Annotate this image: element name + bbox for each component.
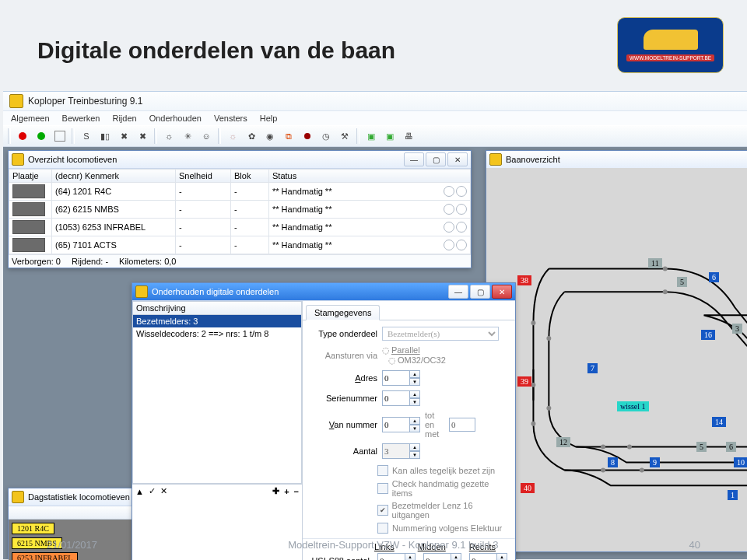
node-12[interactable]: 12 — [556, 437, 570, 447]
svg-point-2 — [531, 422, 535, 426]
node-1[interactable]: 1 — [728, 490, 738, 500]
tool-icon[interactable]: ⚒ — [336, 128, 353, 145]
node-6b[interactable]: 6 — [726, 442, 736, 452]
table-row[interactable]: (62) 6215 NMBS - - ** Handmatig ** — [9, 201, 471, 219]
signal-box-icon[interactable] — [51, 128, 68, 145]
menu-algemeen[interactable]: Algemeen — [6, 112, 54, 124]
menu-vensters[interactable]: Vensters — [209, 112, 252, 124]
node-10[interactable]: 10 — [734, 457, 747, 467]
menu-help[interactable]: Help — [255, 112, 282, 124]
alarm-icon[interactable]: ☼ — [160, 128, 177, 145]
svg-point-4 — [546, 406, 551, 411]
up-button[interactable]: ▲ — [135, 487, 144, 496]
aantal-spin[interactable]: ▲▼ — [382, 443, 475, 459]
node-11[interactable]: 11 — [648, 258, 662, 268]
clock-icon[interactable]: ◷ — [317, 128, 335, 145]
node-6[interactable]: 6 — [709, 272, 719, 282]
loco-window-title: Overzicht locomotieven — [28, 155, 117, 164]
onderdelen-list[interactable]: Bezetmelders: 3 Wisseldecoders: 2 ==> nr… — [132, 315, 302, 484]
signal-green-icon[interactable] — [33, 128, 50, 145]
col-plaatje[interactable]: Plaatje — [9, 170, 52, 183]
svg-point-5 — [663, 266, 668, 271]
node-39[interactable]: 39 — [517, 376, 531, 387]
plus-button[interactable]: + — [284, 487, 289, 496]
wissel-label[interactable]: wissel 1 — [617, 401, 649, 411]
ok-icon[interactable]: ✓ — [149, 486, 156, 496]
van-spin[interactable]: ▲▼ — [382, 417, 420, 432]
minimize-button[interactable]: — — [404, 152, 424, 166]
track-diagram[interactable]: 11 5 6 38 16 3 7 39 wissel 1 14 12 5 6 8… — [486, 168, 747, 551]
node-9[interactable]: 9 — [650, 457, 660, 467]
node-5a[interactable]: 5 — [677, 277, 687, 287]
onderdelen-dialog: Onderhouden digitale onderdelen — ▢ ✕ Om… — [132, 282, 516, 560]
signal-red-icon[interactable] — [14, 128, 31, 145]
col-status[interactable]: Status — [269, 170, 471, 183]
doc2-icon[interactable]: ▣ — [381, 128, 398, 145]
tab-stamgegevens[interactable]: Stamgegevens — [306, 305, 380, 320]
col-kenmerk[interactable]: (decnr) Kenmerk — [52, 170, 176, 183]
close-button[interactable]: ✕ — [492, 285, 512, 299]
svg-point-1 — [531, 383, 535, 387]
node-14[interactable]: 14 — [712, 417, 726, 427]
cross2-icon[interactable]: ✖ — [134, 128, 151, 145]
col-blok[interactable]: Blok — [231, 170, 269, 183]
table-row[interactable]: (64) 1201 R4C - - ** Handmatig ** — [9, 183, 471, 201]
sun-icon[interactable]: ☼ — [224, 128, 241, 145]
maximize-button[interactable]: ▢ — [426, 152, 446, 166]
barcode-icon[interactable]: ▮▯ — [96, 128, 114, 145]
chk-handmatig[interactable]: Check handmatig gezette items — [377, 479, 509, 498]
col-snelheid[interactable]: Snelheid — [176, 170, 231, 183]
cross-icon[interactable]: ✖ — [115, 128, 132, 145]
rec-icon[interactable] — [299, 128, 316, 145]
loco-thumb-icon — [12, 184, 45, 198]
node-40[interactable]: 40 — [521, 483, 535, 493]
node-7[interactable]: 7 — [587, 363, 598, 373]
list-header: Omschrijving — [132, 301, 302, 315]
node-8[interactable]: 8 — [608, 457, 618, 467]
menu-bewerken[interactable]: Bewerken — [58, 112, 105, 124]
list-item[interactable]: Bezetmelders: 3 — [133, 315, 301, 327]
type-onderdeel-select[interactable]: Bezetmelder(s) — [382, 327, 499, 341]
node-5b[interactable]: 5 — [696, 442, 707, 452]
baan-overview-window: Baanoverzicht — [486, 150, 747, 552]
chk-alles-bezet[interactable]: Kan alles tegelijk bezet zijn — [377, 465, 509, 476]
menu-rijden[interactable]: Rijden — [107, 112, 141, 124]
node-38[interactable]: 38 — [517, 275, 531, 285]
table-row[interactable]: (65) 7101 ACTS - - ** Handmatig ** — [9, 236, 471, 254]
footer-page: 40 — [689, 539, 700, 551]
baan-window-title: Baanoverzicht — [506, 155, 560, 164]
svg-point-3 — [546, 336, 551, 341]
loco-thumb-icon — [12, 202, 45, 216]
adres-spin[interactable]: ▲▼ — [382, 370, 475, 386]
node-3[interactable]: 3 — [732, 324, 742, 334]
maximize-button[interactable]: ▢ — [470, 285, 490, 299]
radio-icon[interactable]: ◉ — [261, 128, 279, 145]
dialog-title: Onderhouden digitale onderdelen — [152, 287, 279, 296]
print-icon[interactable]: 🖶 — [400, 128, 417, 145]
minimize-button[interactable]: — — [448, 285, 468, 299]
logo: WWW.MODELTREIN-SUPPORT.BE — [617, 17, 724, 73]
svg-point-6 — [663, 289, 668, 294]
bug-icon[interactable]: ✳ — [179, 128, 196, 145]
flame-icon[interactable]: ⧉ — [280, 128, 297, 145]
cancel-icon[interactable]: ✕ — [160, 486, 167, 496]
ghost-icon[interactable]: ☺ — [198, 128, 215, 145]
node-16[interactable]: 16 — [701, 330, 715, 340]
doc1-icon[interactable]: ▣ — [363, 128, 380, 145]
table-row[interactable]: (1053) 6253 INFRABEL - - ** Handmatig ** — [9, 219, 471, 236]
s-icon[interactable]: S — [78, 128, 95, 145]
loco-overview-window: Overzicht locomotieven — ▢ ✕ Plaatje (de… — [8, 150, 472, 268]
close-button[interactable]: ✕ — [447, 152, 468, 166]
minus-button[interactable]: − — [294, 487, 299, 496]
app-icon — [9, 94, 23, 108]
chk-lenz16[interactable]: ✔Bezetmelder Lenz 16 uitgangen — [377, 501, 509, 520]
window-icon — [135, 285, 148, 298]
gear-icon[interactable]: ✿ — [243, 128, 260, 145]
menu-onderhouden[interactable]: Onderhouden — [145, 112, 206, 124]
list-item[interactable]: Wisseldecoders: 2 ==> nrs: 1 t/m 8 — [133, 327, 301, 340]
serienummer-spin[interactable]: ▲▼ — [382, 390, 475, 406]
menu-bar: Algemeen Bewerken Rijden Onderhouden Ven… — [3, 111, 747, 125]
app-title: Koploper Treinbesturing 9.1 — [28, 96, 142, 107]
add-button[interactable]: ✚ — [272, 486, 279, 496]
footer-date: 21/01/2017 — [47, 539, 97, 551]
